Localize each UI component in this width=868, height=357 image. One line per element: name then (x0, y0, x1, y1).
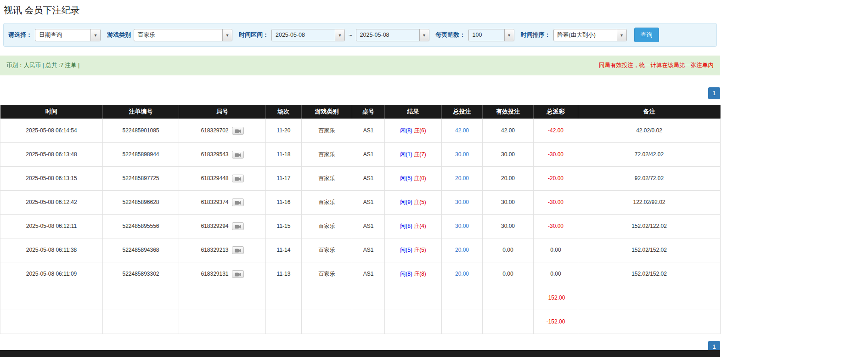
chevron-down-icon[interactable]: ▾ (222, 29, 232, 41)
date-to-value: 2025-05-08 (356, 29, 419, 41)
game-type-cell: 百家乐 (302, 262, 352, 286)
table-row: 2025-05-08 06:11:38 522485894368 6183292… (0, 238, 721, 262)
subtotal-payout: -152.00 (534, 286, 578, 310)
chevron-down-icon[interactable]: ▾ (504, 29, 514, 41)
bet-id-cell: 522485901085 (103, 119, 179, 142)
round-id: 618329448 (201, 175, 228, 181)
video-replay-button[interactable] (232, 246, 244, 254)
video-camera-icon (235, 248, 241, 253)
bet-id-cell: 522485896628 (103, 190, 179, 214)
result-cell: 闲(9) 庄(5) (385, 190, 442, 214)
payout-cell: -30.00 (534, 214, 578, 238)
video-replay-button[interactable] (232, 270, 244, 278)
valid-bet-cell: 0.00 (483, 238, 534, 262)
session-cell: 11-18 (266, 142, 302, 166)
page-size-value: 100 (469, 29, 504, 41)
total-bet-cell: 30.00 (442, 214, 483, 238)
payout-cell: -30.00 (534, 190, 578, 214)
date-query-type-select[interactable]: 日期查询 ▾ (35, 29, 101, 41)
currency-total-text: 币别：人民币 | 总共 :7 注单 | (6, 62, 79, 69)
player-result: 闲(1) (400, 151, 412, 158)
header-valid-bet: 有效投注 (483, 105, 534, 119)
remark-cell: 152.02/152.02 (578, 262, 721, 286)
table-row: 2025-05-08 06:13:48 522485898944 6183295… (0, 142, 721, 166)
time-cell: 2025-05-08 06:11:38 (0, 238, 103, 262)
round-cell: 618329374 (179, 190, 266, 214)
total-bet-cell: 20.00 (442, 262, 483, 286)
video-camera-icon (235, 224, 241, 229)
total-bet-link[interactable]: 42.00 (455, 127, 469, 134)
table-row: 2025-05-08 06:11:09 522485893302 6183291… (0, 262, 721, 286)
player-result: 闲(5) (400, 175, 412, 181)
payout-cell: 0.00 (534, 262, 578, 286)
records-table: 时间 注单编号 局号 场次 游戏类别 桌号 结果 总投注 有效投注 总派彩 备注… (0, 105, 721, 334)
session-cell: 11-15 (266, 214, 302, 238)
valid-bet-cell: 0.00 (483, 262, 534, 286)
page-size-label: 每页笔数： (436, 31, 466, 39)
table-row: 2025-05-08 06:12:11 522485895556 6183292… (0, 214, 721, 238)
search-button[interactable]: 查询 (634, 28, 659, 42)
page-size-select[interactable]: 100 ▾ (468, 29, 514, 41)
subtotal-total-bet: 192.00 (442, 286, 483, 310)
banker-result: 庄(5) (414, 247, 426, 253)
round-cell: 618329213 (179, 238, 266, 262)
table-no-cell: AS1 (352, 190, 385, 214)
summary-alert-bar: 币别：人民币 | 总共 :7 注单 | 同局有效投注，统一计算在该局第一张注单内 (0, 56, 720, 75)
date-from-select[interactable]: 2025-05-08 ▾ (271, 29, 345, 41)
chevron-down-icon[interactable]: ▾ (419, 29, 429, 41)
total-bet-link[interactable]: 30.00 (455, 223, 469, 229)
game-type-cell: 百家乐 (302, 214, 352, 238)
total-bet-link[interactable]: 30.00 (455, 151, 469, 158)
valid-bet-cell: 30.00 (483, 214, 534, 238)
chevron-down-icon[interactable]: ▾ (617, 29, 626, 41)
player-result: 闲(8) (400, 127, 412, 134)
page-title: 视讯 会员下注纪录 (4, 4, 720, 17)
header-remark: 备注 (578, 105, 721, 119)
sort-order-select[interactable]: 降幂(由大到小) ▾ (553, 29, 627, 41)
grand-total-valid-bet: 152.00 (483, 310, 534, 334)
video-replay-button[interactable] (232, 151, 244, 159)
page-1-button[interactable]: 1 (708, 87, 720, 99)
date-to-select[interactable]: 2025-05-08 ▾ (356, 29, 429, 41)
chevron-down-icon[interactable]: ▾ (335, 29, 344, 41)
session-cell: 11-16 (266, 190, 302, 214)
subtotal-valid-bet: 152.00 (483, 286, 534, 310)
player-result: 闲(9) (400, 199, 412, 205)
remark-cell: 92.02/72.02 (578, 166, 721, 190)
table-no-cell: AS1 (352, 166, 385, 190)
player-result: 闲(8) (400, 271, 412, 277)
total-bet-link[interactable]: 30.00 (455, 199, 469, 205)
banker-result: 庄(8) (414, 271, 426, 277)
header-round: 局号 (179, 105, 266, 119)
session-cell: 11-13 (266, 262, 302, 286)
video-replay-button[interactable] (232, 222, 244, 230)
video-replay-button[interactable] (232, 127, 244, 135)
bet-id-cell: 522485895556 (103, 214, 179, 238)
game-type-select[interactable]: 百家乐 ▾ (134, 29, 232, 41)
remark-cell: 72.02/42.02 (578, 142, 721, 166)
table-no-cell: AS1 (352, 214, 385, 238)
banker-result: 庄(6) (414, 127, 426, 134)
game-type-cell: 百家乐 (302, 142, 352, 166)
total-bet-link[interactable]: 20.00 (455, 271, 469, 277)
chevron-down-icon[interactable]: ▾ (90, 29, 100, 41)
round-id: 618329374 (201, 199, 228, 205)
player-result: 闲(8) (400, 223, 412, 229)
time-cell: 2025-05-08 06:13:48 (0, 142, 103, 166)
sort-order-label: 时间排序： (521, 31, 551, 39)
banker-result: 庄(7) (414, 151, 426, 158)
video-replay-button[interactable] (232, 175, 244, 182)
payout-cell: 0.00 (534, 238, 578, 262)
time-cell: 2025-05-08 06:14:54 (0, 119, 103, 142)
video-replay-button[interactable] (232, 198, 244, 206)
result-cell: 闲(1) 庄(7) (385, 142, 442, 166)
total-bet-link[interactable]: 20.00 (455, 175, 469, 181)
round-cell: 618329543 (179, 142, 266, 166)
banker-result: 庄(4) (414, 223, 426, 229)
payout-cell: -30.00 (534, 142, 578, 166)
total-bet-link[interactable]: 20.00 (455, 247, 469, 253)
session-cell: 11-20 (266, 119, 302, 142)
remark-cell: 152.02/152.02 (578, 238, 721, 262)
video-camera-icon (235, 176, 241, 181)
table-row: 2025-05-08 06:12:42 522485896628 6183293… (0, 190, 721, 214)
